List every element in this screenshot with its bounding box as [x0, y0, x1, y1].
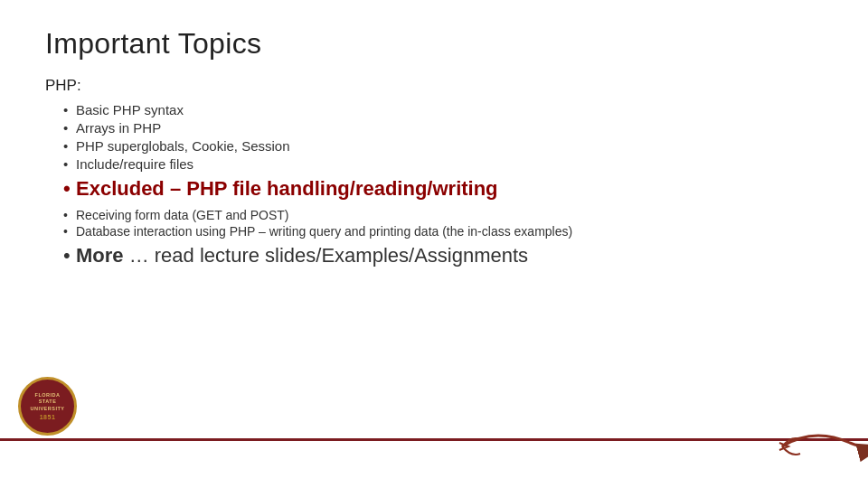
- fsu-logo: FLORIDASTATEUNIVERSITY 1851: [18, 377, 77, 436]
- more-bullet: More … read lecture slides/Examples/Assi…: [63, 244, 823, 267]
- form-data-list: Receiving form data (GET and POST) Datab…: [63, 208, 823, 239]
- logo-year: 1851: [40, 414, 56, 420]
- logo-inner: FLORIDASTATEUNIVERSITY 1851: [23, 381, 72, 431]
- list-item: Database interaction using PHP – writing…: [63, 224, 823, 239]
- slide-title: Important Topics: [45, 27, 823, 61]
- more-text: More … read lecture slides/Examples/Assi…: [63, 244, 528, 267]
- list-item: Receiving form data (GET and POST): [63, 208, 823, 222]
- list-item: Arrays in PHP: [63, 120, 823, 136]
- more-bold-text: More: [76, 244, 124, 267]
- list-item: Include/require files: [63, 156, 823, 172]
- excluded-bullet: Excluded – PHP file handling/reading/wri…: [63, 177, 823, 201]
- php-bullet-list: Basic PHP syntax Arrays in PHP PHP super…: [63, 102, 823, 172]
- list-item: PHP superglobals, Cookie, Session: [63, 138, 823, 154]
- list-item: Basic PHP syntax: [63, 102, 823, 117]
- slide-container: Important Topics PHP: Basic PHP syntax A…: [0, 0, 868, 488]
- excluded-text: Excluded – PHP file handling/reading/wri…: [63, 177, 498, 200]
- arrow-decoration: [778, 418, 850, 472]
- bottom-bar: [0, 438, 868, 441]
- logo-circle: FLORIDASTATEUNIVERSITY 1851: [18, 377, 77, 436]
- logo-seal-text: FLORIDASTATEUNIVERSITY: [30, 392, 64, 411]
- more-rest-text: … read lecture slides/Examples/Assignmen…: [124, 244, 529, 267]
- php-label: PHP:: [45, 77, 823, 95]
